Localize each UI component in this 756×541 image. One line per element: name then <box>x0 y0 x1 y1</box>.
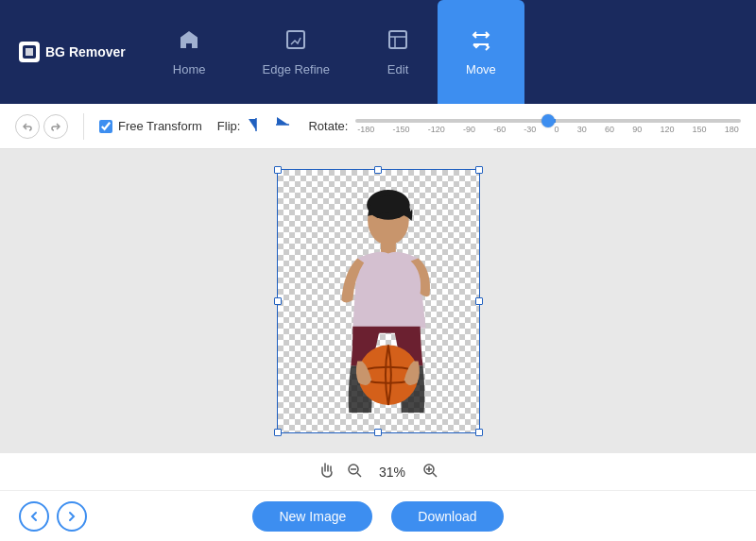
rotate-section: Rotate: -180 -150 -120 -90 -60 -30 0 30 … <box>308 119 741 134</box>
download-button[interactable]: Download <box>391 501 503 532</box>
free-transform-label: Free Transform <box>118 119 202 133</box>
handle-top-left[interactable] <box>274 166 282 174</box>
forward-button[interactable] <box>57 501 87 532</box>
redo-button[interactable] <box>43 114 68 139</box>
svg-line-19 <box>433 473 437 477</box>
free-transform-control: Free Transform <box>99 119 202 133</box>
toolbar-nav <box>15 114 68 139</box>
handle-bottom-right[interactable] <box>475 429 483 436</box>
edge-refine-icon <box>284 28 307 57</box>
zoom-out-icon[interactable] <box>347 463 362 482</box>
app-title: BG Remover <box>45 44 126 59</box>
svg-rect-2 <box>389 31 406 48</box>
handle-middle-right[interactable] <box>475 297 483 305</box>
action-nav <box>19 501 87 532</box>
nav-label-move: Move <box>466 62 496 76</box>
handle-top-center[interactable] <box>374 166 382 174</box>
nav-bar: Home Edge Refine Edit <box>145 0 747 104</box>
app-logo: BG Remover <box>9 42 135 62</box>
free-transform-checkbox[interactable] <box>99 120 112 133</box>
header: BG Remover Home Edge Refine <box>0 0 756 104</box>
subject-image <box>278 170 479 432</box>
rotate-slider-wrapper: -180 -150 -120 -90 -60 -30 0 30 60 90 12… <box>355 119 741 134</box>
main-content: Free Transform Flip: Rotate: <box>0 104 756 541</box>
image-container[interactable] <box>277 169 480 433</box>
nav-item-edit[interactable]: Edit <box>358 0 438 104</box>
flip-label: Flip: <box>217 119 241 133</box>
nav-item-home[interactable]: Home <box>145 0 234 104</box>
canvas-area <box>0 149 756 452</box>
handle-bottom-center[interactable] <box>374 429 382 436</box>
move-icon <box>470 28 492 57</box>
zoom-value: 31% <box>373 465 411 480</box>
edit-icon <box>387 28 409 57</box>
new-image-button[interactable]: New Image <box>252 501 372 532</box>
flip-horizontal-button[interactable] <box>246 114 266 139</box>
hand-tool-icon[interactable] <box>318 462 335 482</box>
handle-bottom-left[interactable] <box>274 429 282 436</box>
nav-label-edit: Edit <box>387 62 408 76</box>
nav-label-home: Home <box>173 62 206 76</box>
rotate-label: Rotate: <box>308 119 348 133</box>
toolbar: Free Transform Flip: Rotate: <box>0 104 756 149</box>
nav-item-move[interactable]: Move <box>438 0 524 104</box>
flip-section: Flip: <box>217 114 294 139</box>
handle-top-right[interactable] <box>475 166 483 174</box>
logo-icon <box>19 42 40 62</box>
back-button[interactable] <box>19 501 49 532</box>
flip-vertical-button[interactable] <box>272 114 293 139</box>
nav-item-edge-refine[interactable]: Edge Refine <box>234 0 359 104</box>
zoom-bar: 31% <box>0 452 756 490</box>
svg-marker-7 <box>249 119 256 130</box>
svg-marker-9 <box>277 117 288 125</box>
rotate-slider[interactable] <box>355 119 741 123</box>
rotate-ticks: -180 -150 -120 -90 -60 -30 0 30 60 90 12… <box>355 125 741 134</box>
action-bar: New Image Download <box>0 490 756 541</box>
svg-rect-1 <box>287 31 304 48</box>
zoom-in-icon[interactable] <box>422 463 438 482</box>
home-icon <box>178 28 200 57</box>
nav-label-edge-refine: Edge Refine <box>263 62 331 76</box>
handle-middle-left[interactable] <box>274 297 282 305</box>
undo-button[interactable] <box>15 114 40 139</box>
svg-line-16 <box>357 473 361 477</box>
toolbar-separator-1 <box>83 113 84 140</box>
